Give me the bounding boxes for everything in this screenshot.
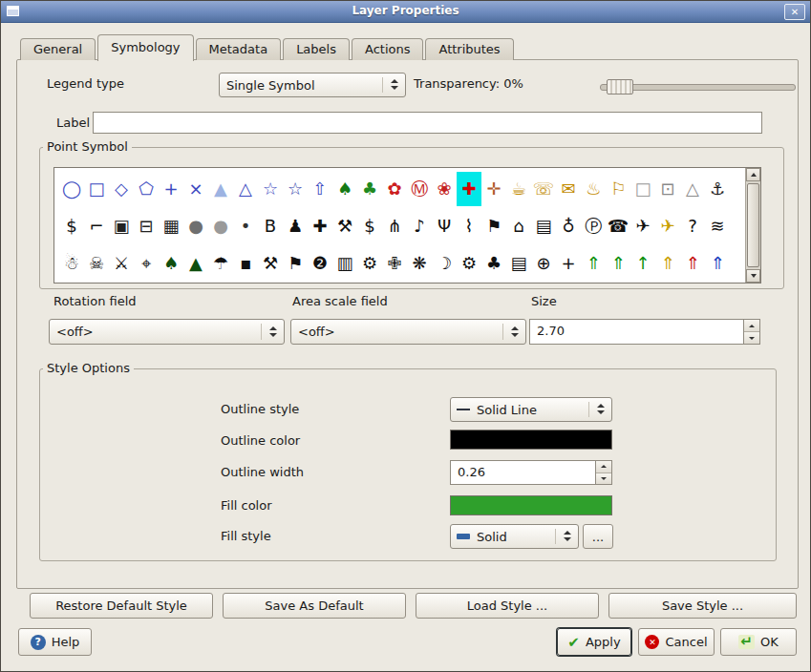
scrollbar-track[interactable]: [746, 181, 760, 269]
symbol-diamond-icon[interactable]: ◇: [109, 172, 134, 206]
symbol-house-icon[interactable]: ⌂: [506, 209, 531, 243]
spin-buttons[interactable]: [743, 320, 759, 344]
symbol-restaurant-icon[interactable]: Ψ: [432, 209, 457, 243]
symbol-airplane-yellow-icon[interactable]: ✈: [655, 209, 680, 243]
symbol-anchor-icon[interactable]: ⚓: [705, 172, 730, 206]
symbol-flower-gear-icon[interactable]: ❋: [407, 246, 432, 281]
symbol-cross-black-icon[interactable]: ✚: [308, 209, 332, 243]
symbol-camera-icon[interactable]: ▣: [109, 209, 134, 243]
outline-color-button[interactable]: [450, 430, 612, 450]
symbol-circle-icon[interactable]: ◯: [59, 172, 84, 206]
size-spinbox[interactable]: 2.70: [529, 319, 760, 345]
symbol-balloon-icon[interactable]: ♁: [556, 209, 581, 243]
symbol-flag-outline-icon[interactable]: ⚐: [606, 172, 630, 206]
symbol-car-icon[interactable]: ⊟: [134, 209, 159, 243]
spin-buttons[interactable]: [595, 461, 611, 484]
symbol-tree-dark-icon[interactable]: ♠: [159, 246, 183, 281]
symbol-flower-2-icon[interactable]: ❀: [432, 172, 457, 206]
ok-button[interactable]: ↵ OK: [720, 628, 797, 656]
symbol-circle-large-icon[interactable]: ●: [183, 209, 208, 243]
symbol-cross-x-icon[interactable]: ×: [183, 172, 208, 206]
fill-style-combo[interactable]: Solid: [450, 524, 579, 549]
symbol-circled-two-icon[interactable]: ❷: [308, 246, 332, 281]
restore-default-style-button[interactable]: Restore Default Style: [30, 593, 213, 619]
symbol-crossed-tools-icon[interactable]: ⚔: [109, 246, 134, 281]
symbol-museum-icon[interactable]: ▤: [506, 246, 531, 281]
symbol-star-outline-icon[interactable]: ☆: [258, 172, 283, 206]
fill-style-more-button[interactable]: ...: [583, 524, 613, 549]
save-as-default-button[interactable]: Save As Default: [223, 593, 406, 619]
spin-up-icon[interactable]: [596, 461, 611, 472]
cancel-button[interactable]: ✕ Cancel: [638, 628, 715, 656]
symbol-airplane-icon[interactable]: ✈: [630, 209, 655, 243]
symbol-arrow-up-green-3-icon[interactable]: ↑: [630, 246, 655, 281]
symbol-phone-outline-icon[interactable]: ☏: [531, 172, 556, 206]
symbol-telephone-icon[interactable]: ☎: [606, 209, 630, 243]
help-button[interactable]: ? Help: [18, 628, 92, 656]
symbol-arrow-up-green-circle-icon[interactable]: ⇑: [581, 246, 606, 281]
symbol-tree-round-icon[interactable]: ♣: [357, 172, 382, 206]
symbol-circle-medium-icon[interactable]: ●: [208, 209, 233, 243]
save-style-button[interactable]: Save Style ...: [608, 593, 797, 619]
symbol-arrow-up-red-icon[interactable]: ⇑: [680, 246, 705, 281]
legend-type-combo[interactable]: Single Symbol: [219, 73, 406, 97]
symbol-arrow-up-blue-icon[interactable]: ⇑: [705, 246, 730, 281]
symbol-target-icon[interactable]: ⌖: [134, 246, 159, 281]
symbol-pick-icon[interactable]: ⚒: [258, 246, 283, 281]
symbol-dollar-2-icon[interactable]: $: [357, 209, 382, 243]
symbol-cross-outline-icon[interactable]: ✙: [382, 246, 407, 281]
symbol-square-icon[interactable]: □: [84, 172, 109, 206]
symbol-compass-icon[interactable]: ⊕: [531, 246, 556, 281]
symbol-moon-icon[interactable]: ☽: [432, 246, 457, 281]
symbol-plus-icon[interactable]: +: [159, 172, 183, 206]
label-input[interactable]: [93, 112, 762, 134]
tab-symbology[interactable]: Symbology: [97, 34, 193, 61]
symbol-parking-icon[interactable]: Ⓟ: [581, 209, 606, 243]
symbol-tree-black-icon[interactable]: ♣: [481, 246, 506, 281]
symbol-music-note-icon[interactable]: ♪: [407, 209, 432, 243]
rotation-field-combo[interactable]: <off>: [49, 319, 285, 345]
symbol-cafe-icon[interactable]: ☕: [506, 172, 531, 206]
scroll-down-icon[interactable]: [746, 269, 760, 283]
symbol-hot-spring-icon[interactable]: ♨: [581, 172, 606, 206]
point-symbol-list[interactable]: ◯□◇⬠+×▲△☆☆⇧♠♣✿Ⓜ❀✚✛☕☏✉♨⚐□⊡△⚓$⌐▣⊟▦●●•B♟✚⚒$…: [53, 167, 761, 284]
symbol-dot-icon[interactable]: •: [233, 209, 258, 243]
outline-width-spinbox[interactable]: 0.26: [450, 460, 612, 485]
symbol-question-icon[interactable]: ?: [680, 209, 705, 243]
symbol-small-square-icon[interactable]: ▪: [233, 246, 258, 281]
outline-style-combo[interactable]: Solid Line: [450, 397, 612, 422]
symbol-building-2-icon[interactable]: ▥: [332, 246, 357, 281]
symbol-envelope-icon[interactable]: ✉: [556, 172, 581, 206]
symbol-star-icon[interactable]: ☆: [283, 172, 308, 206]
symbol-skull-crossbones-icon[interactable]: ☠: [84, 246, 109, 281]
symbol-flower-icon[interactable]: ✿: [382, 172, 407, 206]
symbol-fish-icon[interactable]: ⋔: [382, 209, 407, 243]
symbol-wallet-icon[interactable]: ⌐: [84, 209, 109, 243]
symbol-gear-icon[interactable]: ⚙: [357, 246, 382, 281]
load-style-button[interactable]: Load Style ...: [416, 593, 599, 619]
symbol-triangle-small-icon[interactable]: △: [680, 172, 705, 206]
symbol-fuel-icon[interactable]: ⌇: [457, 209, 481, 243]
symbol-dollar-icon[interactable]: $: [59, 209, 84, 243]
symbol-letter-b-icon[interactable]: B: [258, 209, 283, 243]
symbol-golf-flag-icon[interactable]: ⚑: [481, 209, 506, 243]
symbol-arrow-up-green-2-icon[interactable]: ⇑: [606, 246, 630, 281]
symbol-flag-icon[interactable]: ⚑: [283, 246, 308, 281]
close-button[interactable]: ✕: [784, 4, 805, 20]
slider-handle[interactable]: [607, 79, 633, 94]
tab-attributes[interactable]: Attributes: [425, 38, 513, 60]
symbol-tools-icon[interactable]: ⚒: [332, 209, 357, 243]
titlebar[interactable]: Layer Properties ✕: [1, 1, 810, 23]
symbol-arrow-up-yellow-icon[interactable]: ⇑: [655, 246, 680, 281]
symbol-arrow-up-outline-icon[interactable]: ⇧: [308, 172, 332, 206]
symbol-gear-2-icon[interactable]: ⚙: [457, 246, 481, 281]
symbol-circle-m-icon[interactable]: Ⓜ: [407, 172, 432, 206]
spin-up-icon[interactable]: [744, 320, 759, 331]
symbol-pentagon-icon[interactable]: ⬠: [134, 172, 159, 206]
spin-down-icon[interactable]: [596, 472, 611, 485]
apply-button[interactable]: ✔ Apply: [557, 628, 631, 656]
symbol-scrollbar[interactable]: [745, 168, 760, 283]
tab-general[interactable]: General: [20, 38, 96, 60]
area-scale-field-combo[interactable]: <off>: [290, 319, 526, 345]
symbol-winter-sport-icon[interactable]: ☃: [59, 246, 84, 281]
